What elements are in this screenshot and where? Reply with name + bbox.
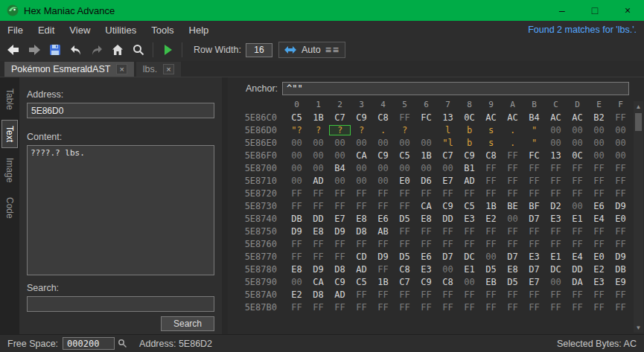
hex-cell[interactable]: C9 [372,150,394,161]
hex-cell[interactable]: FF [523,176,545,186]
hex-cell[interactable]: C5 [394,150,415,161]
hex-cell[interactable]: FF [502,150,523,161]
free-space-input[interactable] [63,337,115,350]
hex-cell[interactable]: FF [480,188,502,199]
hex-cell[interactable]: FF [415,239,437,249]
back-button[interactable] [3,40,24,60]
hex-cell[interactable]: FF [545,163,567,173]
hex-cell[interactable]: 00 [394,163,415,173]
hex-cell[interactable]: FF [329,252,351,262]
hex-cell[interactable]: E2 [480,214,502,224]
hex-cell[interactable]: FF [567,188,588,199]
search-input[interactable] [27,296,214,312]
hex-cell[interactable]: FF [523,302,545,313]
hex-cell[interactable]: AC [545,112,567,123]
hex-cell[interactable]: B4 [523,112,545,123]
hex-cell[interactable]: E9 [610,277,631,287]
hex-cell[interactable]: FF [610,302,631,313]
hex-cell[interactable]: ? [329,125,351,135]
anchor-input[interactable] [282,82,629,95]
hex-cell[interactable]: DD [437,214,459,224]
hex-cell[interactable]: FF [459,226,480,237]
hex-cell[interactable]: DC [459,252,480,262]
hex-cell[interactable]: E3 [415,264,437,275]
hex-cell[interactable]: E0 [394,176,415,186]
hex-cell[interactable]: AC [502,112,523,123]
tab-close-icon[interactable]: × [116,64,127,74]
hex-cell[interactable]: FF [372,264,394,275]
hex-cell[interactable]: FF [329,201,351,211]
hex-cell[interactable]: FF [523,289,545,300]
hex-cell[interactable]: FF [502,188,523,199]
hex-cell[interactable]: l [437,125,459,135]
hex-cell[interactable]: E8 [351,214,372,224]
row-width-mode-group[interactable]: Auto ≡≡ [278,42,345,58]
hex-cell[interactable]: FF [502,226,523,237]
hex-cell[interactable]: FF [588,239,610,249]
hex-cell[interactable]: 00 [415,138,437,148]
hex-cell[interactable]: s [480,138,502,148]
hex-cell[interactable]: FF [286,188,307,199]
hex-cell[interactable]: 13 [545,150,567,161]
hex-cell[interactable]: 00 [307,138,329,148]
hex-cell[interactable]: 00 [286,163,307,173]
hex-cell[interactable]: "l [437,138,459,148]
hex-cell[interactable]: FF [415,302,437,313]
hex-cell[interactable]: . [372,125,394,135]
hex-cell[interactable]: B1 [459,163,480,173]
hex-cell[interactable]: D9 [610,252,631,262]
hex-cell[interactable]: ? [394,125,415,135]
home-button[interactable] [107,40,128,60]
hex-cell[interactable]: FF [588,302,610,313]
hex-cell[interactable]: FF [502,302,523,313]
maximize-button[interactable]: □ [578,0,611,21]
hex-cell[interactable]: . [502,138,523,148]
hex-cell[interactable]: FF [394,289,415,300]
hex-cell[interactable]: FF [545,302,567,313]
hex-cell[interactable]: AD [459,176,480,186]
hex-cell[interactable]: FF [459,188,480,199]
hex-cell[interactable]: AB [372,226,394,237]
hex-cell[interactable]: DA [567,277,588,287]
hex-cell[interactable]: FF [459,289,480,300]
hex-cell[interactable]: 00 [415,163,437,173]
hex-cell[interactable]: 00 [351,176,372,186]
hex-cell[interactable]: 00 [286,138,307,148]
hex-cell[interactable]: FF [567,289,588,300]
hex-cell[interactable]: DB [610,264,631,275]
hex-cell[interactable]: FF [610,289,631,300]
hex-cell[interactable]: D7 [437,252,459,262]
hex-cell[interactable]: CD [351,252,372,262]
hex-cell[interactable]: FF [480,289,502,300]
minimize-button[interactable]: – [546,0,578,21]
hex-cell[interactable]: D5 [394,252,415,262]
hex-cell[interactable]: C9 [329,277,351,287]
hex-cell[interactable]: BE [502,201,523,211]
hex-cell[interactable]: FF [286,201,307,211]
hex-cell[interactable]: E8 [502,264,523,275]
hex-cell[interactable]: E7 [329,214,351,224]
hex-cell[interactable]: D8 [329,264,351,275]
hex-cell[interactable]: E1 [459,264,480,275]
hex-cell[interactable]: FF [329,239,351,249]
hex-cell[interactable]: C8 [372,112,394,123]
hex-cell[interactable]: FF [351,188,372,199]
scroll-up-icon[interactable]: ▲ [634,101,643,112]
hex-cell[interactable]: E2 [286,289,307,300]
undo-button[interactable] [66,40,86,60]
close-button[interactable]: × [611,0,644,21]
hex-cell[interactable]: FC [415,112,437,123]
hex-cell[interactable]: FF [459,239,480,249]
hex-cell[interactable]: 1B [480,201,502,211]
hex-cell[interactable]: " [523,138,545,148]
hex-cell[interactable]: E0 [588,252,610,262]
align-lines-icon[interactable]: ≡≡ [325,45,340,55]
hex-cell[interactable]: E3 [459,214,480,224]
hex-cell[interactable]: 0C [459,112,480,123]
sidebar-tab-table[interactable]: Table [2,83,17,115]
hex-cell[interactable]: C8 [437,277,459,287]
hex-cell[interactable]: 00 [610,150,631,161]
hex-cell[interactable]: 00 [394,138,415,148]
hex-cell[interactable]: CA [307,277,329,287]
sidebar-tab-text[interactable]: Text [1,120,18,148]
